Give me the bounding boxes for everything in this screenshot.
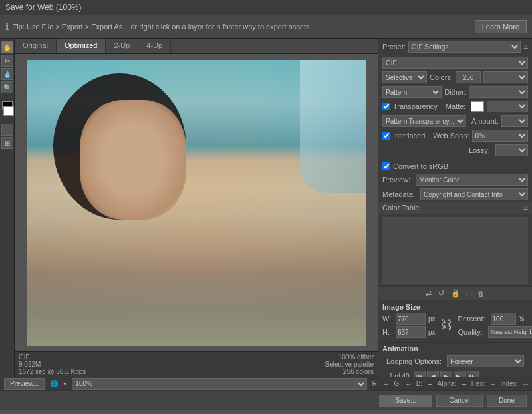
color-table-icon-4[interactable]: □ [465,288,473,298]
play-button[interactable]: ▶ [440,371,452,377]
format-select[interactable]: GIF [382,57,528,69]
window-title: Save for Web (100%) [5,3,82,12]
interlaced-checkbox[interactable] [382,132,390,140]
amount-select[interactable] [501,115,528,127]
tab-2up[interactable]: 2-Up [106,39,138,53]
width-unit: px [428,315,436,323]
dither-select[interactable]: Pattern [382,86,442,98]
panel-options-icon[interactable]: ≡ [523,42,528,51]
learn-more-button[interactable]: Learn More [475,20,527,33]
title-bar: Save for Web (100%) [0,0,532,15]
link-wh-icon[interactable]: ⛓ [441,313,453,337]
r-value: -- [384,380,389,387]
height-input[interactable] [396,326,426,338]
image-info-left: GIF 9.022M 1672 sec @ 56.6 Kbps [19,353,86,375]
quality-select[interactable]: Nearest Neighbor [488,326,532,338]
right-panel: Preset: GIF Settings ≡ GIF Selective Col… [378,39,532,377]
g-value: -- [406,380,411,387]
colors-input[interactable] [456,71,481,83]
status-bar: Preview... 🌐 ▾ 100% R: -- G: -- B: -- Al… [0,377,532,390]
web-snap-select[interactable]: 0% [472,130,528,142]
animation-section: Animation Looping Options: Forever 1 of … [378,342,532,377]
tab-original[interactable]: Original [15,39,57,53]
matte-dropdown[interactable] [487,101,528,112]
convert-srgb-label: Convert to sRGB [393,162,448,170]
transparency-checkbox[interactable] [382,103,390,110]
background-color[interactable] [3,106,14,116]
play-last-button[interactable]: ⏭ [467,371,479,377]
color-reduction-select[interactable]: Selective [382,71,427,83]
lossy-select[interactable] [495,144,528,156]
extra-tool-2[interactable]: ⊞ [1,137,13,149]
height-unit: px [428,329,436,336]
eyedropper-tool[interactable]: 💧 [1,68,13,80]
bottom-actions: Save... Cancel Done [0,390,532,410]
color-table-icon-3[interactable]: 🔒 [449,288,462,298]
width-input[interactable] [396,313,426,325]
preset-select[interactable]: GIF Settings [408,41,521,53]
image-size: 9.022M [19,361,86,368]
done-button[interactable]: Done [487,395,527,407]
looping-row: Looping Options: Forever [382,354,528,369]
color-table-label: Color Table [382,204,419,212]
slice-tool[interactable]: ✂ [1,55,13,67]
palette-info: Selective palette [325,361,374,368]
convert-srgb-checkbox[interactable] [382,162,390,170]
color-table-icon-2[interactable]: ↺ [436,288,446,298]
colors-arrows[interactable] [483,71,528,83]
tip-bar: ℹ Tip: Use File > Export > Export As... … [0,15,532,39]
dither-amount[interactable] [469,86,528,98]
preview-button[interactable]: Preview... [4,378,45,390]
zoom-select[interactable]: 100% [72,378,366,390]
looping-select[interactable]: Forever [447,355,524,367]
color-icons-row: ⇄ ↺ 🔒 □ 🗑 [378,286,532,300]
move-tool[interactable]: ✋ [1,41,13,53]
metadata-row: Metadata: Copyright and Contact Info [378,187,532,202]
color-table-icon-5[interactable]: 🗑 [475,288,487,298]
color-table-options-icon[interactable]: ≡ [523,203,528,212]
animation-title: Animation [382,345,528,353]
play-prev-button[interactable]: ◀ [427,371,439,377]
interlaced-label: Interlaced [393,132,425,140]
zoom-tool[interactable]: 🔍 [1,81,13,93]
preview-label: Preview: [382,176,410,184]
interlaced-row: Interlaced Web Snap: 0% [378,128,532,143]
color-reduction-row: Selective Colors: [378,70,532,85]
colors-info: 256 colors [325,368,374,375]
image-info-bar: GIF 9.022M 1672 sec @ 56.6 Kbps 100% dit… [15,351,378,377]
colors-label: Colors: [430,73,453,81]
tab-4up[interactable]: 4-Up [138,39,171,53]
color-table-icon-1[interactable]: ⇄ [424,288,434,298]
color-table-header: Color Table ≡ [378,202,532,214]
play-first-button[interactable]: ⏮ [414,371,426,377]
browser-dropdown[interactable]: ▾ [63,380,66,387]
convert-srgb-row: Convert to sRGB [378,160,532,172]
preset-label: Preset: [382,43,406,51]
height-label: H: [382,328,393,336]
b-value: -- [428,380,432,387]
extra-tool-1[interactable]: ☰ [1,124,13,136]
preview-image [27,60,366,346]
transparency-label: Transparency [393,103,438,110]
browser-icon[interactable]: 🌐 [50,380,58,387]
preview-row: Preview: Monitor Color [378,172,532,187]
save-button[interactable]: Save... [379,395,432,407]
preview-select[interactable]: Monitor Color [416,174,528,186]
tab-optimized[interactable]: Optimized [57,39,106,53]
cancel-button[interactable]: Cancel [436,395,483,407]
percent-input[interactable] [491,313,516,325]
index-label: Index: [500,380,518,387]
metadata-select[interactable]: Copyright and Contact Info [420,188,528,200]
dither-row: Pattern Dither: [378,85,532,99]
b-label: B: [416,380,422,387]
r-label: R: [372,380,379,387]
image-info-right: 100% dither Selective palette 256 colors [325,353,374,375]
play-next-button[interactable]: ▶| [454,371,466,377]
pattern-transparency-select[interactable]: Pattern Transparency... [382,115,466,127]
transparency-row: Transparency Matte: [378,99,532,114]
metadata-label: Metadata: [382,190,415,198]
tab-bar: Original Optimized 2-Up 4-Up [15,39,378,54]
color-table-area [382,217,528,284]
matte-swatch[interactable] [471,101,484,112]
percent-label: Percent: [458,315,485,323]
